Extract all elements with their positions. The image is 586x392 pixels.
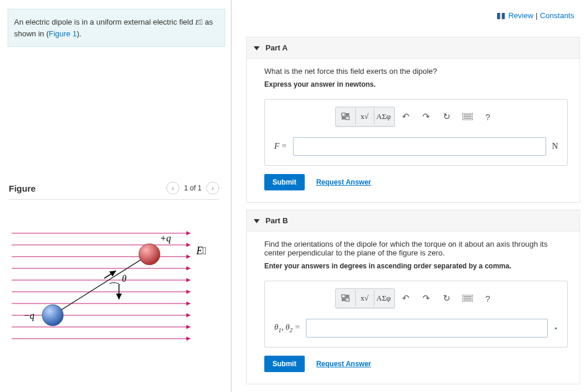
svg-rect-24 — [346, 295, 349, 298]
link-separator: | — [536, 11, 537, 20]
help-icon[interactable]: ? — [479, 108, 498, 125]
constants-link[interactable]: Constants — [540, 11, 574, 20]
svg-rect-25 — [342, 298, 345, 301]
unit-a: N — [552, 142, 558, 151]
keyboard-icon[interactable] — [458, 108, 477, 125]
svg-rect-16 — [346, 113, 349, 116]
collapse-icon — [254, 218, 260, 224]
unit-b: ∘ — [554, 325, 558, 332]
answer-input-a[interactable] — [293, 137, 546, 156]
dipole-figure: +q E⃗ θ −q — [9, 226, 208, 343]
template-icon[interactable] — [337, 108, 356, 125]
submit-button-a[interactable]: Submit — [264, 174, 305, 190]
request-answer-b[interactable]: Request Answer — [316, 360, 372, 368]
greek-icon[interactable]: ΑΣφ — [374, 108, 393, 125]
figure-prev-button[interactable]: ‹ — [166, 182, 179, 195]
input-prefix-b: θ1, θ2 = — [274, 323, 300, 333]
keyboard-icon[interactable] — [458, 290, 477, 306]
part-a-title: Part A — [265, 43, 288, 52]
part-b-title: Part B — [265, 216, 288, 225]
collapse-icon — [254, 45, 260, 51]
toolbar-b: x√ ΑΣφ ↶ ↷ ↻ ? — [274, 288, 558, 308]
figure-link[interactable]: Figure 1 — [49, 29, 77, 38]
label-field: E⃗ — [196, 245, 207, 257]
svg-point-12 — [42, 305, 63, 326]
svg-rect-15 — [342, 113, 345, 116]
help-icon[interactable]: ? — [479, 290, 498, 306]
problem-statement: An electric dipole is in a uniform exter… — [8, 9, 225, 47]
request-answer-a[interactable]: Request Answer — [316, 178, 372, 186]
problem-text-3: ). — [77, 29, 81, 38]
top-links: ▮▮ Review | Constants — [496, 11, 574, 20]
figure-counter: 1 of 1 — [184, 184, 202, 192]
svg-rect-26 — [346, 298, 349, 301]
svg-line-13 — [104, 271, 116, 278]
part-a-header[interactable]: Part A — [247, 38, 580, 59]
part-b-header[interactable]: Part B — [247, 210, 580, 231]
part-b-box: Part B Find the orientations of the dipo… — [246, 210, 580, 384]
review-link[interactable]: Review — [508, 11, 533, 20]
part-b-question: Find the orientations of the dipole for … — [264, 240, 568, 257]
undo-icon[interactable]: ↶ — [397, 290, 415, 306]
answer-box-b: x√ ΑΣφ ↶ ↷ ↻ ? θ1, θ2 = ∘ — [264, 281, 568, 347]
svg-point-11 — [139, 244, 160, 265]
svg-line-10 — [53, 254, 149, 315]
label-pos-q: +q — [160, 233, 171, 244]
label-theta: θ — [122, 274, 127, 284]
problem-text-1: An electric dipole is in a uniform exter… — [14, 18, 195, 26]
answer-box-a: x√ ΑΣφ ↶ ↷ ↻ ? F = N — [264, 99, 568, 166]
part-b-instruction: Enter your answers in degrees in ascendi… — [264, 262, 568, 270]
greek-icon[interactable]: ΑΣφ — [374, 290, 393, 306]
template-icon[interactable] — [337, 290, 356, 306]
redo-icon[interactable]: ↷ — [417, 290, 436, 306]
part-a-box: Part A What is the net force this field … — [246, 37, 580, 203]
svg-rect-23 — [342, 295, 345, 298]
reset-icon[interactable]: ↻ — [438, 290, 456, 306]
figure-next-button[interactable]: › — [206, 182, 219, 195]
undo-icon[interactable]: ↶ — [397, 108, 415, 125]
figure-title: Figure — [9, 183, 36, 193]
sqrt-icon[interactable]: x√ — [356, 290, 374, 306]
part-a-instruction: Express your answer in newtons. — [264, 80, 568, 88]
svg-rect-18 — [346, 117, 349, 120]
part-a-question: What is the net force this field exerts … — [264, 67, 568, 76]
redo-icon[interactable]: ↷ — [417, 108, 436, 125]
submit-button-b[interactable]: Submit — [264, 356, 305, 372]
books-icon: ▮▮ — [496, 11, 506, 20]
figure-nav: ‹ 1 of 1 › — [166, 182, 219, 195]
label-neg-q: −q — [23, 311, 35, 321]
toolbar-a: x√ ΑΣφ ↶ ↷ ↻ ? — [274, 107, 558, 127]
answer-input-b[interactable] — [306, 319, 548, 338]
input-prefix-a: F = — [274, 142, 287, 151]
svg-rect-17 — [342, 117, 345, 120]
sqrt-icon[interactable]: x√ — [356, 108, 374, 125]
reset-icon[interactable]: ↻ — [438, 108, 456, 125]
